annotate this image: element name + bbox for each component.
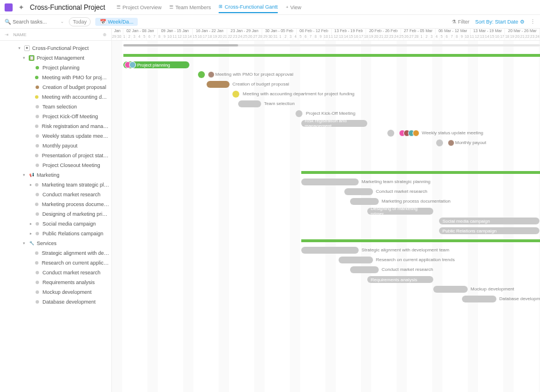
tree-item[interactable]: Weekly status update meeting: [0, 131, 111, 141]
milestone[interactable]: [232, 91, 239, 98]
scroll-thumb[interactable]: [123, 44, 238, 46]
tree-item[interactable]: Research on current application ...: [0, 258, 111, 267]
milestone[interactable]: [387, 130, 394, 137]
gantt-bar[interactable]: Requirements analysis: [367, 276, 433, 283]
tree-item[interactable]: ▾📢Marketing: [0, 170, 111, 180]
tree-item[interactable]: Database development: [0, 297, 111, 306]
gantt-bar[interactable]: [238, 100, 261, 107]
tree-item[interactable]: Meeting with PMO for project a...: [0, 72, 111, 82]
tab-gantt[interactable]: ⊞Cross-Functional Gantt: [219, 2, 278, 13]
week-header: Jan: [112, 29, 123, 34]
gantt-bar[interactable]: [350, 198, 379, 205]
avatars: [125, 61, 136, 68]
tab-label: Team Members: [175, 5, 211, 10]
tree-item-label: Conduct market research: [42, 192, 100, 197]
expand-icon[interactable]: ✦: [18, 3, 24, 11]
toggle-icon[interactable]: ▾: [23, 241, 28, 246]
milestone[interactable]: [436, 139, 443, 146]
tree-item[interactable]: Designing of marketing primer: [0, 209, 111, 219]
gantt-bar[interactable]: [301, 247, 359, 254]
chevron-down-icon[interactable]: ⌄: [60, 19, 64, 24]
group-bar[interactable]: [301, 239, 540, 242]
day-header: 10: [465, 34, 470, 40]
add-column-icon[interactable]: ⊕: [103, 32, 107, 37]
tree-item[interactable]: ▾📋Project Management: [0, 53, 111, 63]
tree-item[interactable]: ▸Social media campaign: [0, 219, 111, 228]
toggle-icon[interactable]: ▾: [18, 46, 23, 51]
tree-item[interactable]: ▾🔧Services: [0, 238, 111, 248]
day-header: 26: [404, 34, 409, 40]
day-header: 27: [409, 34, 414, 40]
tree-item[interactable]: Project Kick-Off Meeting: [0, 111, 111, 121]
day-header: 22: [525, 34, 530, 40]
gantt-bar[interactable]: [433, 286, 468, 293]
calendar-icon: 📅: [100, 19, 106, 25]
bar-label: Monthly payout: [455, 140, 486, 145]
week-header: 09 Jan - 15 Jan: [158, 29, 193, 34]
gantt-icon: ⊞: [219, 4, 223, 9]
toggle-icon[interactable]: ▸: [30, 222, 34, 226]
tree-item[interactable]: Conduct market research: [0, 189, 111, 199]
day-header: 18: [208, 34, 213, 40]
tree-item[interactable]: Creation of budget proposal: [0, 82, 111, 92]
tree-item[interactable]: Risk registration and management: [0, 121, 111, 131]
tab-add-view[interactable]: +View: [286, 2, 301, 13]
milestone[interactable]: [198, 71, 205, 78]
tree-item[interactable]: Project Closeout Meeting: [0, 160, 111, 170]
gantt-bar[interactable]: Public Relations campaign: [439, 227, 539, 234]
toolbar-right: ⚗Filter Sort By: Start Date⚙ ⋮: [452, 19, 535, 25]
day-header: 17: [203, 34, 208, 40]
folder-icon: 📋: [29, 55, 34, 61]
gantt-bar[interactable]: Risk registration and management: [301, 120, 367, 127]
tree-item[interactable]: Monthly payout: [0, 141, 111, 150]
toggle-icon[interactable]: ▾: [23, 56, 28, 60]
sort-button[interactable]: Sort By: Start Date⚙: [475, 19, 525, 25]
topbar: ✦ Cross-Functional Project ☰Project Over…: [0, 0, 540, 15]
tree-item[interactable]: Meeting with accounting depart...: [0, 92, 111, 102]
timeline-body[interactable]: Project planningMeeting with PMO for pro…: [112, 41, 540, 392]
tree-item[interactable]: ▸Marketing team strategic planning: [0, 180, 111, 189]
more-icon[interactable]: ⋮: [530, 19, 535, 25]
tree-item[interactable]: Conduct market research: [0, 267, 111, 277]
tab-team[interactable]: ☰Team Members: [169, 2, 211, 13]
avatar: [448, 139, 454, 146]
tree-item[interactable]: Requirements analysis: [0, 277, 111, 287]
tree-item[interactable]: ▾✦Cross-Functional Project: [0, 43, 111, 53]
gantt-bar[interactable]: Social media campaign: [439, 218, 539, 224]
bar-label: Project Kick-Off Meeting: [306, 111, 355, 116]
gantt-bar[interactable]: [339, 257, 373, 263]
tree-item[interactable]: Mockup development: [0, 287, 111, 297]
filter-button[interactable]: ⚗Filter: [452, 19, 469, 25]
tree-item[interactable]: Strategic alignment with develop...: [0, 248, 111, 258]
gantt-bar[interactable]: [207, 81, 230, 88]
gantt-bar[interactable]: Designing of marketing primer: [367, 208, 433, 215]
tree-item[interactable]: Team selection: [0, 102, 111, 111]
status-dot: [36, 164, 39, 167]
collapse-icon[interactable]: ⇥: [5, 32, 9, 37]
day-header: 3: [429, 34, 434, 40]
milestone[interactable]: [296, 110, 302, 117]
tree-item[interactable]: Marketing process documentation: [0, 199, 111, 209]
view-mode-button[interactable]: 📅Week/Da...: [95, 18, 138, 26]
gantt-bar[interactable]: [344, 188, 373, 195]
tree-item[interactable]: ▸Public Relations campaign: [0, 228, 111, 238]
toggle-icon[interactable]: ▸: [30, 231, 34, 236]
toggle-icon[interactable]: ▾: [23, 173, 28, 177]
gantt-bar[interactable]: [350, 266, 379, 273]
search-input[interactable]: [13, 19, 59, 25]
day-header: 20: [374, 34, 379, 40]
gantt-bar[interactable]: [301, 178, 359, 185]
day-header: 30: [117, 34, 122, 40]
tree-item[interactable]: Project planning: [0, 63, 111, 72]
day-header: 20: [515, 34, 520, 40]
tree-item[interactable]: Presentation of project status re...: [0, 150, 111, 160]
today-button[interactable]: Today: [69, 17, 91, 26]
day-header: 13: [480, 34, 485, 40]
tree-item-label: Research on current application ...: [42, 260, 109, 266]
tab-overview[interactable]: ☰Project Overview: [116, 2, 161, 13]
toggle-icon[interactable]: ▸: [30, 183, 34, 187]
group-bar[interactable]: [301, 171, 540, 174]
week-header: 13 Mar - 19 Mar: [471, 29, 506, 34]
group-bar[interactable]: [123, 54, 540, 57]
gantt-bar[interactable]: [462, 296, 496, 302]
